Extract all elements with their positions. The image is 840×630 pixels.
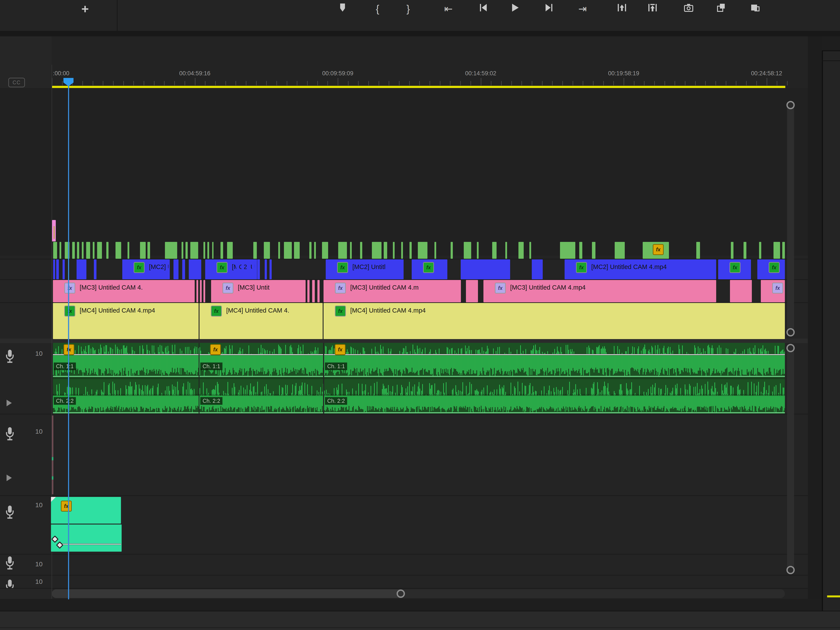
yellow-clip[interactable]: fx[MC4] Untitled CAM 4.mp4 [324,303,785,339]
yellow-clip[interactable]: fx[MC4] Untitled CAM 4. [199,303,323,339]
go-to-out-button[interactable]: ⇥ [575,1,590,17]
green-segment-clip[interactable] [227,242,233,259]
green-segment-clip[interactable] [190,242,198,259]
green-segment-clip[interactable] [731,242,733,259]
audio-gain-line[interactable] [53,354,199,355]
play-button[interactable] [507,1,523,17]
pink-clip[interactable] [200,280,202,302]
green-segment-clip[interactable] [409,242,412,259]
scrollbar-zoom-handle[interactable] [396,589,405,598]
blue-clip[interactable] [461,260,510,279]
green-segment-clip[interactable] [744,242,746,259]
blue-clip[interactable] [189,260,201,279]
pink-clip[interactable] [204,280,205,302]
audio-track-1-header[interactable]: 10 [0,343,52,414]
green-segment-clip[interactable] [350,242,352,259]
audio-track-4-header[interactable]: 10 [0,554,52,575]
blue-clip[interactable] [247,260,249,279]
teal-audio-clip[interactable] [51,524,122,552]
green-segment-clip[interactable] [97,242,102,259]
pink-clip[interactable] [307,280,309,302]
green-segment-clip[interactable] [182,242,183,259]
yellow-clip[interactable]: fx[MC4] Untitled CAM 4.mp4 [53,303,199,339]
microphone-icon[interactable] [6,505,14,520]
green-segment-clip[interactable] [782,242,785,259]
green-segment-clip[interactable] [696,242,700,259]
blue-clip[interactable] [270,260,272,279]
blue-clip[interactable] [94,260,96,279]
green-segment-clip[interactable] [77,242,79,259]
microphone-icon[interactable] [6,349,14,364]
blue-clip[interactable]: fx[MC2] Un [122,260,170,279]
add-marker-button[interactable] [335,1,350,17]
green-segment-clip[interactable] [147,242,150,259]
pink-clip[interactable] [196,280,198,302]
scrollbar-zoom-handle[interactable] [786,101,795,109]
blue-clip[interactable] [242,260,244,279]
export-frame-button[interactable] [681,1,696,17]
green-segment-clip[interactable] [774,242,780,259]
keyframe-handle[interactable] [56,541,63,549]
green-segment-clip[interactable] [492,242,497,259]
green-segment-clip[interactable] [393,242,395,259]
blue-clip[interactable] [257,260,260,279]
pink-clip[interactable]: fx [761,280,785,302]
blue-clip[interactable]: fx[MC2] Untitled CAM 4.mp4 [565,260,716,279]
green-segment-clip[interactable] [529,242,531,259]
mark-in-button[interactable]: { [370,1,385,17]
step-back-button[interactable] [476,1,491,17]
green-segment-clip[interactable] [309,242,311,259]
green-segment-clip[interactable] [185,242,188,259]
audio-clip-sliver[interactable] [52,415,54,494]
green-segment-clip[interactable] [322,242,328,259]
green-segment-clip[interactable] [165,242,177,259]
green-segment-clip[interactable] [294,242,300,259]
mark-out-button[interactable]: } [401,1,416,17]
green-segment-clip[interactable] [401,242,403,259]
green-segment-clip[interactable] [615,242,625,259]
audio-track-5-header[interactable]: 10 [0,576,52,588]
blue-clip[interactable] [532,260,543,279]
scrollbar-zoom-handle[interactable] [786,328,795,336]
pink-clip[interactable] [312,280,315,302]
green-segment-clip[interactable] [140,242,146,259]
green-segment-clip[interactable] [505,242,507,259]
blue-clip[interactable] [77,260,87,279]
pink-clip[interactable]: fx[MC3] Untitled CAM 4.mp4 [483,280,716,302]
green-segment-clip[interactable] [418,242,428,259]
pink-clip[interactable]: fx[MC3] Untitled CAM 4.m [324,280,461,302]
green-segment-clip[interactable] [106,242,109,259]
green-segment-clip[interactable] [451,242,453,259]
add-button[interactable]: + [77,1,93,17]
green-segment-clip[interactable] [253,242,257,259]
green-segment-clip[interactable] [93,242,95,259]
green-segment-clip[interactable] [207,242,209,259]
microphone-icon[interactable] [6,427,14,441]
green-segment-clip[interactable] [477,242,478,259]
horizontal-scrollbar-thumb[interactable] [52,589,405,598]
green-segment-clip[interactable] [338,242,347,259]
green-segment-clip[interactable] [86,242,90,259]
violet-clip[interactable] [52,220,56,241]
microphone-icon[interactable] [6,579,14,588]
green-segment-clip[interactable] [560,242,575,259]
green-segment-clip[interactable] [434,242,436,259]
green-segment-clip[interactable] [115,242,121,259]
green-segment-clip[interactable] [204,242,205,259]
green-segment-clip[interactable] [221,242,223,259]
green-segment-clip[interactable] [360,242,362,259]
closed-captions-button[interactable]: CC [8,78,25,87]
track-disclosure-triangle-icon[interactable] [6,400,12,406]
green-segment-clip[interactable] [128,242,129,259]
track-disclosure-triangle-icon[interactable] [6,475,12,481]
audio-track-2-header[interactable]: 10 [0,415,52,495]
green-segment-clip[interactable] [579,242,582,259]
microphone-icon[interactable] [6,556,14,570]
blue-clip[interactable] [182,260,185,279]
teal-audio-clip[interactable]: fx [51,497,121,524]
step-forward-button[interactable] [541,1,556,17]
keyframe-handle[interactable] [51,535,58,543]
scrollbar-zoom-handle[interactable] [786,344,795,352]
pink-clip[interactable] [730,280,752,302]
audio-clip[interactable]: fxCh. 1:1Ch. 2:2 [53,343,199,414]
